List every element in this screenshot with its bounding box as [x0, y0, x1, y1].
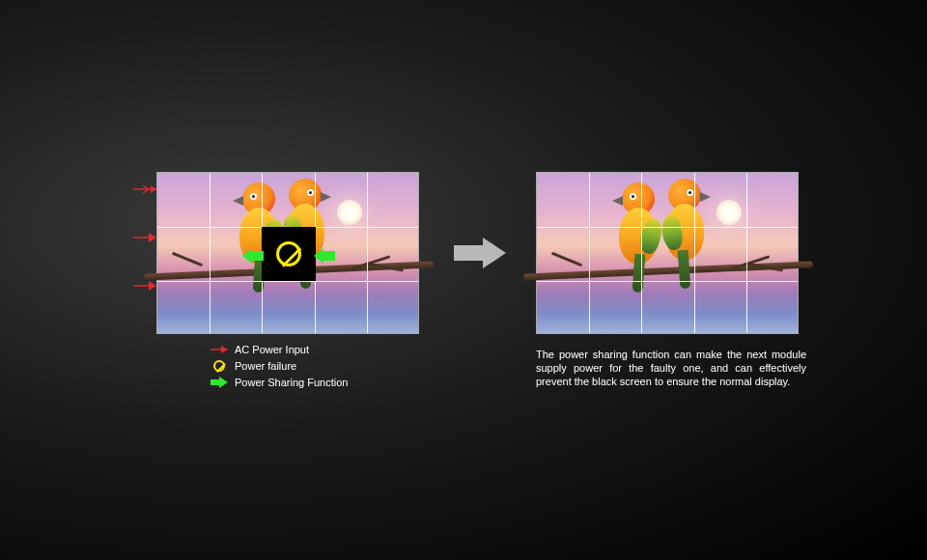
transition-arrow-icon [454, 236, 506, 274]
legend-label: Power Sharing Function [235, 375, 348, 390]
sharing-arrow-icon [211, 376, 228, 389]
prohibit-icon [276, 241, 301, 266]
svg-marker-1 [149, 233, 156, 242]
ac-arrow-icon [133, 182, 156, 199]
diagram-stage: AC Power Input Power failure Power Shari… [0, 172, 927, 423]
svg-marker-2 [149, 281, 156, 291]
ac-arrow-icon [211, 343, 228, 356]
legend-row: Power Sharing Function [211, 375, 348, 390]
svg-marker-6 [221, 346, 228, 353]
sharing-arrow-icon [242, 248, 264, 264]
svg-marker-7 [211, 377, 228, 388]
legend-label: AC Power Input [235, 342, 309, 357]
ac-arrow-icon [133, 278, 156, 295]
prohibit-icon [211, 359, 228, 373]
display-panel-after [536, 172, 799, 334]
legend-row: Power failure [211, 358, 348, 374]
legend-label: Power failure [235, 358, 296, 374]
module-grid [537, 173, 798, 333]
failed-module [262, 227, 316, 281]
svg-marker-3 [242, 248, 264, 264]
display-panel-before [156, 172, 419, 334]
svg-marker-4 [314, 248, 335, 264]
legend: AC Power Input Power failure Power Shari… [211, 342, 348, 391]
description-text: The power sharing function can make the … [536, 348, 806, 388]
svg-marker-5 [454, 238, 506, 268]
ac-arrow-icon [133, 230, 156, 247]
sharing-arrow-icon [314, 248, 335, 264]
legend-row: AC Power Input [211, 342, 348, 357]
